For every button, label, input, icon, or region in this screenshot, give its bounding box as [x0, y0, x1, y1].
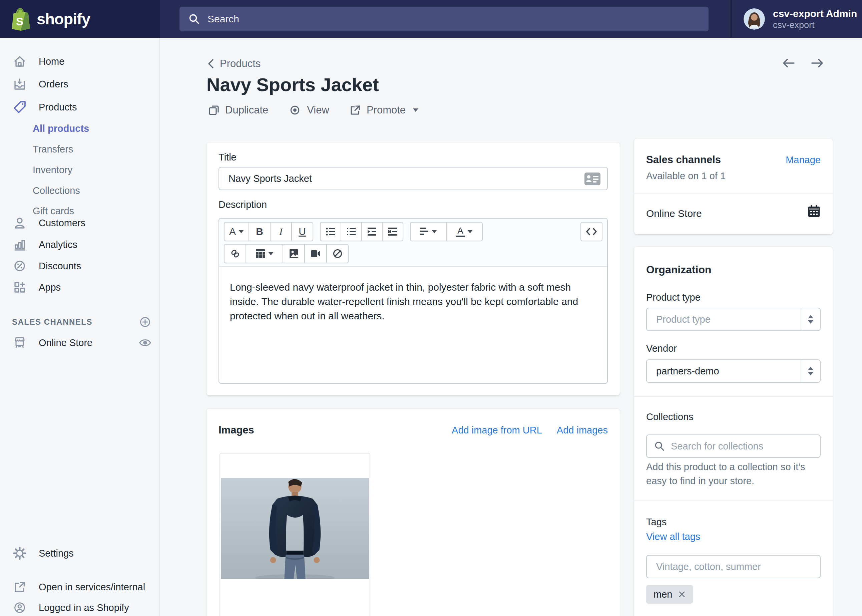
- product-details-card: Title Description A B I U: [206, 143, 620, 395]
- vendor-select[interactable]: partners-demo: [646, 359, 821, 383]
- sidebar-item-discounts[interactable]: Discounts: [12, 255, 153, 277]
- numbered-list-button[interactable]: [341, 222, 362, 241]
- add-images-link[interactable]: Add images: [557, 425, 608, 436]
- alignment-button[interactable]: [410, 222, 447, 241]
- user-menu[interactable]: csv-export Admin csv-export: [730, 0, 862, 38]
- breadcrumb[interactable]: Products: [206, 55, 261, 72]
- next-product-arrow-icon[interactable]: [810, 57, 824, 70]
- manage-sales-channels-link[interactable]: Manage: [786, 154, 821, 165]
- gear-icon: [12, 545, 27, 561]
- sales-channels-card: Sales channels Manage Available on 1 of …: [634, 138, 833, 234]
- sidebar-item-transfers[interactable]: Transfers: [33, 140, 153, 159]
- insert-image-button[interactable]: [283, 244, 305, 263]
- tag-chip-label: men: [653, 589, 672, 600]
- promote-external-icon: [349, 104, 361, 116]
- sidebar-item-analytics[interactable]: Analytics: [12, 234, 153, 255]
- add-sales-channel-icon[interactable]: [137, 314, 153, 330]
- sidebar-item-label: Apps: [39, 282, 61, 293]
- view-label: View: [307, 104, 329, 116]
- product-actions: Duplicate View Promote: [208, 104, 418, 116]
- text-style-button[interactable]: A: [224, 222, 249, 241]
- person-circle-icon: [12, 600, 27, 615]
- view-all-tags-link[interactable]: View all tags: [646, 531, 700, 542]
- numbered-list-icon: [346, 227, 356, 236]
- promote-button[interactable]: Promote: [349, 104, 418, 116]
- sidebar-item-all-products[interactable]: All products: [33, 119, 153, 138]
- description-text[interactable]: Long-sleeved navy waterproof jacket in t…: [219, 267, 607, 336]
- tags-input[interactable]: [646, 555, 821, 578]
- caret-down-icon: [268, 252, 273, 255]
- contact-card-autofill-icon[interactable]: [584, 172, 601, 187]
- tags-label: Tags: [646, 517, 667, 528]
- sidebar-item-label: Settings: [39, 548, 74, 559]
- global-search[interactable]: [179, 7, 708, 31]
- duplicate-button[interactable]: Duplicate: [208, 104, 268, 116]
- sidebar-item-settings[interactable]: Settings: [12, 542, 153, 564]
- sidebar-item-logged-in-as[interactable]: Logged in as Shopify: [12, 598, 153, 616]
- vendor-value: partners-demo: [647, 360, 801, 382]
- align-left-icon: [420, 227, 429, 236]
- sidebar-item-orders[interactable]: Orders: [12, 74, 153, 95]
- sidebar-item-inventory[interactable]: Inventory: [33, 160, 153, 179]
- shopify-logo[interactable]: S shopify: [0, 0, 160, 38]
- sales-channels-header: SALES CHANNELS: [12, 314, 153, 330]
- search-input[interactable]: [207, 13, 700, 25]
- avatar: [744, 8, 765, 30]
- shopify-wordmark: shopify: [37, 10, 90, 28]
- indent-button[interactable]: [382, 222, 403, 241]
- collections-search[interactable]: [646, 434, 821, 458]
- title-label: Title: [218, 152, 237, 163]
- select-stepper-icon: [801, 308, 820, 330]
- schedule-calendar-icon[interactable]: [807, 204, 821, 219]
- sidebar-item-collections[interactable]: Collections: [33, 181, 153, 200]
- view-button[interactable]: View: [288, 104, 329, 116]
- product-type-label: Product type: [646, 292, 700, 303]
- prev-product-arrow-icon[interactable]: [781, 57, 796, 70]
- chevron-left-icon: [206, 58, 215, 69]
- sidebar-item-home[interactable]: Home: [12, 51, 153, 72]
- insert-video-button[interactable]: [304, 244, 327, 263]
- sidebar-item-online-store[interactable]: Online Store: [12, 332, 153, 354]
- text-color-icon: A: [456, 226, 465, 237]
- sidebar-item-products[interactable]: Products: [12, 96, 153, 118]
- organization-heading: Organization: [646, 264, 711, 276]
- collections-search-input[interactable]: [671, 441, 813, 452]
- product-type-value: Product type: [647, 308, 801, 330]
- shopify-admin-app: S shopify csv-export Admin: [0, 0, 862, 616]
- sales-channels-availability: Available on 1 of 1: [646, 171, 725, 182]
- sidebar-item-open-internal[interactable]: Open in services/internal: [12, 578, 153, 596]
- title-input[interactable]: [218, 167, 608, 190]
- caret-down-icon: [413, 108, 418, 112]
- outdent-icon: [367, 227, 377, 236]
- remove-tag-icon[interactable]: [678, 591, 686, 598]
- show-html-button[interactable]: [581, 222, 603, 241]
- sidebar-item-label: Analytics: [39, 239, 77, 250]
- view-store-eye-icon[interactable]: [137, 335, 153, 350]
- insert-table-button[interactable]: [245, 244, 283, 263]
- sidebar-item-customers[interactable]: Customers: [12, 212, 153, 234]
- outdent-button[interactable]: [361, 222, 383, 241]
- storefront-icon: [12, 335, 27, 350]
- bulleted-list-button[interactable]: [320, 222, 341, 241]
- product-type-select[interactable]: Product type: [646, 308, 821, 331]
- italic-button[interactable]: I: [270, 222, 292, 241]
- sidebar-item-apps[interactable]: Apps: [12, 277, 153, 298]
- add-image-from-url-link[interactable]: Add image from URL: [452, 425, 542, 436]
- insert-link-button[interactable]: [224, 244, 246, 263]
- text-color-button[interactable]: A: [446, 222, 483, 241]
- page-title: Navy Sports Jacket: [206, 74, 379, 96]
- sidebar-item-label: Inventory: [33, 165, 72, 176]
- organization-card: Organization Product type Product type V…: [634, 247, 833, 616]
- bold-button[interactable]: B: [248, 222, 270, 241]
- duplicate-icon: [208, 104, 220, 116]
- underline-button[interactable]: U: [291, 222, 313, 241]
- clear-formatting-button[interactable]: [326, 244, 349, 263]
- topbar: S shopify csv-export Admin: [0, 0, 862, 38]
- caret-down-icon: [432, 230, 437, 233]
- video-icon: [310, 249, 321, 258]
- product-image-thumbnail[interactable]: [220, 453, 370, 616]
- divider: [634, 193, 833, 194]
- svg-text:S: S: [16, 15, 24, 27]
- sales-channels-heading: SALES CHANNELS: [12, 317, 93, 327]
- description-editor: A B I U: [218, 218, 608, 384]
